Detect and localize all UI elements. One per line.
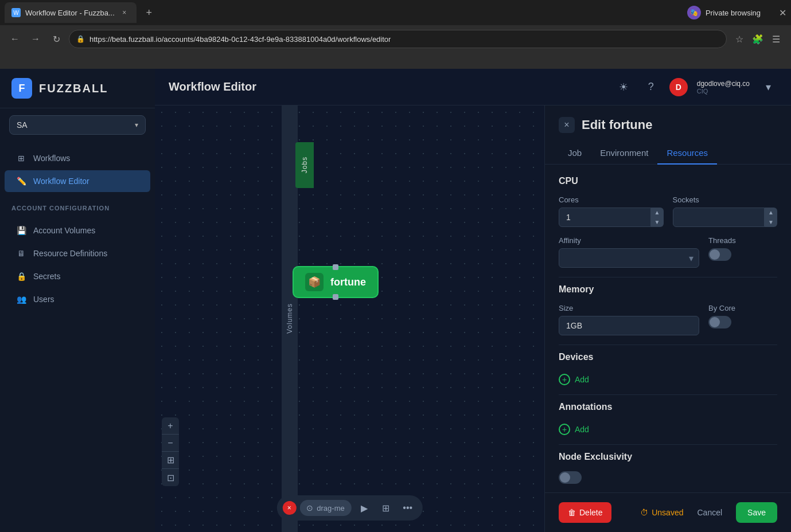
- sidebar-item-workflows[interactable]: ⊞ Workflows: [5, 147, 150, 169]
- tab-title: Workflow Editor - Fuzzba...: [25, 9, 115, 17]
- sidebar-item-account-volumes[interactable]: 💾 Account Volumes: [5, 220, 150, 241]
- threads-toggle-wrap: [708, 248, 777, 261]
- threads-toggle[interactable]: [708, 248, 731, 261]
- menu-button[interactable]: ☰: [768, 31, 784, 47]
- user-email: dgodlove@ciq.co: [697, 80, 750, 88]
- address-bar[interactable]: 🔒 https://beta.fuzzball.io/accounts/4ba9…: [69, 30, 727, 48]
- sockets-group: Sockets ▲ ▼: [673, 195, 778, 227]
- edit-panel-title: Edit fortune: [582, 118, 652, 132]
- main-header: Workflow Editor ☀ ? D dgodlove@ciq.co CI…: [155, 69, 791, 105]
- affinity-select[interactable]: [559, 248, 699, 268]
- edit-content: CPU Cores ▲ ▼: [545, 165, 791, 492]
- fortune-node[interactable]: 📦 fortune: [293, 266, 379, 298]
- sockets-label: Sockets: [673, 195, 778, 204]
- devices-add-label: Add: [575, 375, 589, 384]
- canvas-toolbar: × ⊙ drag-me ▶ ⊞ •••: [276, 495, 422, 521]
- workflow-canvas[interactable]: Volumes Jobs 📦 fortune + − ⊞: [155, 105, 544, 532]
- by-core-toggle-wrap: [708, 316, 777, 328]
- user-menu-chevron[interactable]: ▾: [759, 78, 777, 96]
- cores-input[interactable]: [559, 208, 651, 227]
- edit-panel-close-button[interactable]: ×: [559, 117, 575, 133]
- sidebar-logo: F FUZZBALL: [0, 69, 155, 108]
- url-display: https://beta.fuzzball.io/accounts/4ba982…: [89, 35, 719, 44]
- devices-add-button[interactable]: + Add: [559, 371, 777, 388]
- sidebar-item-users[interactable]: 👥 Users: [5, 288, 150, 310]
- org-selector[interactable]: SA ▾: [9, 115, 146, 135]
- sidebar-item-label: Secrets: [33, 272, 60, 281]
- delete-label: Delete: [579, 508, 602, 517]
- zoom-out-button[interactable]: −: [162, 435, 179, 452]
- toolbar-drag-item[interactable]: ⊙ drag-me: [299, 500, 351, 516]
- fit-button[interactable]: ⊞: [162, 452, 179, 469]
- close-browser-button[interactable]: ✕: [779, 7, 786, 18]
- main-nav: ⊞ Workflows ✏️ Workflow Editor: [0, 142, 155, 198]
- toolbar-close-button[interactable]: ×: [282, 501, 296, 515]
- bookmark-button[interactable]: ☆: [731, 31, 747, 47]
- user-org: CIQ: [697, 88, 750, 95]
- toolbar-play-button[interactable]: ▶: [355, 499, 373, 517]
- cpu-section-title: CPU: [559, 176, 777, 186]
- cores-label: Cores: [559, 195, 664, 204]
- by-core-toggle-knob: [710, 317, 720, 327]
- memory-section-title: Memory: [559, 284, 777, 295]
- delete-button[interactable]: 🗑 Delete: [559, 502, 611, 523]
- affinity-select-wrap: ▾: [559, 248, 699, 268]
- logo-icon: F: [11, 78, 32, 99]
- sockets-input[interactable]: [673, 208, 765, 227]
- cores-input-wrap: ▲ ▼: [559, 208, 664, 227]
- jobs-panel[interactable]: Jobs: [295, 142, 314, 188]
- sidebar-item-resource-definitions[interactable]: 🖥 Resource Definitions: [5, 242, 150, 264]
- account-config-section-title: ACCOUNT CONFIGURATION: [0, 198, 155, 214]
- back-button[interactable]: ←: [7, 31, 23, 47]
- forward-button[interactable]: →: [28, 31, 44, 47]
- org-name: SA: [17, 120, 28, 130]
- size-input[interactable]: [559, 316, 699, 335]
- clock-icon: ⏱: [640, 508, 648, 517]
- by-core-toggle[interactable]: [708, 316, 731, 328]
- edit-panel-footer: 🗑 Delete ⏱ Unsaved Cancel Save: [545, 492, 791, 532]
- tab-close-button[interactable]: ×: [119, 7, 130, 18]
- save-button[interactable]: Save: [736, 502, 777, 523]
- reload-button[interactable]: ↻: [48, 31, 64, 47]
- tab-job[interactable]: Job: [559, 142, 591, 165]
- new-tab-button[interactable]: +: [141, 5, 157, 21]
- cancel-button[interactable]: Cancel: [690, 502, 729, 523]
- annotations-exclusivity-divider: [559, 444, 777, 445]
- sidebar-item-label: Account Volumes: [33, 226, 95, 235]
- annotations-add-button[interactable]: + Add: [559, 421, 777, 437]
- header-actions: ☀ ? D dgodlove@ciq.co CIQ ▾: [614, 78, 777, 96]
- theme-toggle-button[interactable]: ☀: [614, 78, 633, 96]
- toolbar-more-button[interactable]: •••: [399, 499, 417, 517]
- sidebar-item-label: Workflows: [33, 154, 70, 163]
- cores-increment-button[interactable]: ▲: [651, 208, 664, 217]
- size-bycore-row: Size By Core: [559, 304, 777, 335]
- size-label: Size: [559, 304, 699, 312]
- tab-resources[interactable]: Resources: [657, 142, 717, 165]
- affinity-threads-row: Affinity ▾ Threads: [559, 236, 777, 268]
- threads-toggle-knob: [710, 249, 720, 260]
- unsaved-button[interactable]: ⏱ Unsaved: [640, 508, 683, 517]
- devices-section-title: Devices: [559, 352, 777, 362]
- toolbar-grid-button[interactable]: ⊞: [377, 499, 395, 517]
- reset-zoom-button[interactable]: ⊡: [162, 469, 179, 486]
- annotations-add-icon: +: [559, 424, 570, 435]
- drag-me-label: drag-me: [317, 504, 344, 513]
- tab-environment[interactable]: Environment: [591, 142, 657, 165]
- sidebar-item-secrets[interactable]: 🔒 Secrets: [5, 265, 150, 287]
- sidebar-item-label: Resource Definitions: [33, 249, 107, 258]
- users-icon: 👥: [16, 294, 26, 304]
- sockets-decrement-button[interactable]: ▼: [765, 217, 777, 227]
- sockets-increment-button[interactable]: ▲: [765, 208, 777, 217]
- help-button[interactable]: ?: [642, 78, 660, 96]
- node-label: fortune: [330, 276, 366, 288]
- node-exclusivity-toggle[interactable]: [559, 471, 582, 484]
- sidebar-item-workflow-editor[interactable]: ✏️ Workflow Editor: [5, 170, 150, 192]
- extensions-button[interactable]: 🧩: [750, 31, 766, 47]
- user-info: dgodlove@ciq.co CIQ: [697, 80, 750, 95]
- cores-decrement-button[interactable]: ▼: [651, 217, 664, 227]
- affinity-label: Affinity: [559, 236, 699, 245]
- trash-icon: 🗑: [568, 508, 576, 517]
- size-group: Size: [559, 304, 699, 335]
- zoom-in-button[interactable]: +: [162, 417, 179, 435]
- active-tab[interactable]: W Workflow Editor - Fuzzba... ×: [5, 2, 137, 23]
